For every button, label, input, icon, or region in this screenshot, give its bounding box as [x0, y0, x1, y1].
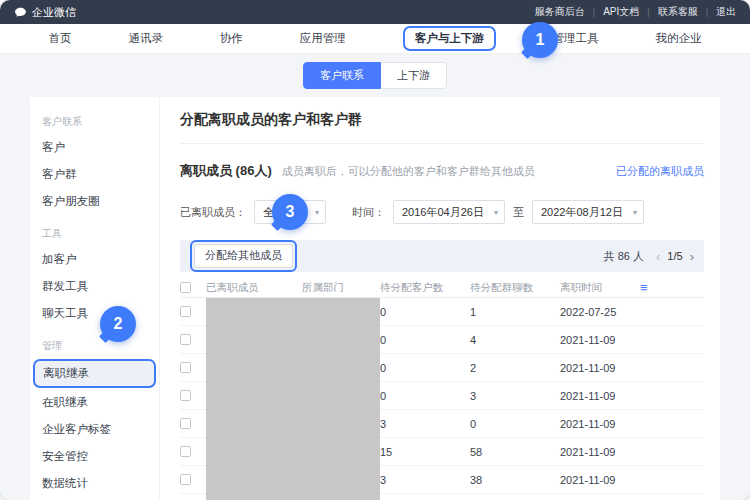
cell-resign-date: 2021-11-09: [560, 390, 640, 402]
toolbar-right: 共 86 人 ‹ 1/5 ›: [604, 249, 694, 264]
page-title: 分配离职成员的客户和客户群: [180, 105, 704, 144]
date-from-select[interactable]: 2016年04月26日 ▾: [393, 200, 505, 224]
member-filter-label: 已离职成员：: [180, 205, 246, 220]
cell-customer-count: 0: [380, 362, 470, 374]
row-checkbox-cell: [180, 306, 206, 317]
page-tab[interactable]: 上下游: [381, 62, 447, 89]
cell-group-count: 58: [470, 446, 560, 458]
column-header: 离职时间: [560, 281, 640, 295]
nav-item[interactable]: 客户与上下游: [403, 26, 496, 51]
cell-resign-date: 2021-11-09: [560, 334, 640, 346]
cell-resign-date: 2021-11-09: [560, 362, 640, 374]
row-checkbox[interactable]: [180, 334, 191, 345]
assigned-members-link[interactable]: 已分配的离职成员: [616, 164, 704, 179]
sidebar-item[interactable]: 加客户: [30, 246, 159, 273]
date-from-value: 2016年04月26日: [402, 205, 484, 220]
privacy-mask: [206, 298, 380, 500]
column-settings-icon[interactable]: ≡: [640, 280, 648, 295]
sidebar-item[interactable]: 数据统计: [30, 470, 159, 497]
main-content: 分配离职成员的客户和客户群 离职成员 (86人) 成员离职后，可以分配他的客户和…: [160, 97, 720, 500]
pagination: ‹ 1/5 ›: [656, 250, 694, 263]
separator: |: [706, 7, 708, 17]
page-tabs: 客户联系上下游: [0, 54, 750, 89]
column-header: 已离职成员: [206, 281, 302, 295]
row-checkbox[interactable]: [180, 306, 191, 317]
cell-customer-count: 0: [380, 390, 470, 402]
row-checkbox[interactable]: [180, 446, 191, 457]
select-all-checkbox[interactable]: [180, 282, 191, 293]
main-nav: 首页通讯录协作应用管理客户与上下游管理工具我的企业: [0, 24, 750, 54]
table-body: 012022-07-25042021-11-09022021-11-090320…: [180, 298, 704, 500]
page-indicator: 1/5: [667, 250, 682, 262]
cell-resign-date: 2021-11-09: [560, 474, 640, 486]
row-checkbox-cell: [180, 418, 206, 429]
topbar: 企业微信 服务商后台|API文档|联系客服|退出: [0, 0, 750, 24]
sidebar-item[interactable]: 企业客户标签: [30, 416, 159, 443]
caret-down-icon: ▾: [494, 208, 498, 217]
cell-customer-count: 0: [380, 306, 470, 318]
cell-group-count: 0: [470, 418, 560, 430]
cell-group-count: 1: [470, 306, 560, 318]
filters: 已离职成员： 全部 ▾ 时间： 2016年04月26日 ▾ 至 2022年08月…: [180, 200, 704, 224]
topbar-link[interactable]: 服务商后台: [535, 5, 585, 19]
row-checkbox[interactable]: [180, 418, 191, 429]
sidebar-item[interactable]: 客户朋友圈: [30, 188, 159, 215]
sidebar-item[interactable]: 安全管控: [30, 443, 159, 470]
cell-group-count: 3: [470, 390, 560, 402]
row-checkbox-cell: [180, 446, 206, 457]
topbar-link[interactable]: 退出: [716, 5, 736, 19]
assign-to-others-button[interactable]: 分配给其他成员: [194, 244, 293, 267]
cell-customer-count: 0: [380, 334, 470, 346]
row-checkbox-cell: [180, 334, 206, 345]
annotation-step-3: 3: [272, 194, 308, 230]
separator: |: [647, 7, 649, 17]
caret-down-icon: ▾: [315, 208, 319, 217]
row-checkbox[interactable]: [180, 390, 191, 401]
topbar-link[interactable]: 联系客服: [658, 5, 698, 19]
cell-resign-date: 2022-07-25: [560, 306, 640, 318]
brand-text: 企业微信: [32, 5, 76, 20]
nav-item[interactable]: 应用管理: [300, 31, 346, 46]
nav-item[interactable]: 协作: [220, 31, 243, 46]
app-window: 企业微信 服务商后台|API文档|联系客服|退出 首页通讯录协作应用管理客户与上…: [0, 0, 750, 500]
cell-customer-count: 3: [380, 474, 470, 486]
page-tab[interactable]: 客户联系: [303, 62, 381, 89]
sidebar-item[interactable]: 聊天工具: [30, 300, 159, 327]
column-header: 待分配客户数: [380, 281, 470, 295]
nav-item[interactable]: 我的企业: [655, 31, 701, 46]
caret-down-icon: ▾: [633, 208, 637, 217]
sidebar-section-header: 工具: [30, 215, 159, 246]
column-header: 待分配群聊数: [470, 281, 560, 295]
cell-resign-date: 2021-11-09: [560, 446, 640, 458]
row-checkbox[interactable]: [180, 362, 191, 373]
row-checkbox[interactable]: [180, 474, 191, 485]
nav-item[interactable]: 通讯录: [128, 31, 163, 46]
brand: 企业微信: [14, 5, 76, 20]
sidebar-item[interactable]: 群发工具: [30, 273, 159, 300]
separator: |: [593, 7, 595, 17]
column-menu-cell: ≡: [640, 281, 648, 294]
nav-item[interactable]: 首页: [48, 31, 71, 46]
sidebar-item[interactable]: 在职继承: [30, 389, 159, 416]
topbar-link[interactable]: API文档: [603, 5, 639, 19]
date-to-select[interactable]: 2022年08月12日 ▾: [532, 200, 644, 224]
table-header: 已离职成员所属部门待分配客户数待分配群聊数离职时间 ≡: [180, 278, 704, 298]
column-header: 所属部门: [302, 281, 380, 295]
cell-group-count: 38: [470, 474, 560, 486]
prev-page-icon[interactable]: ‹: [656, 250, 660, 263]
sidebar-item[interactable]: 客户: [30, 134, 159, 161]
cell-group-count: 2: [470, 362, 560, 374]
sidebar-item[interactable]: 客户群: [30, 161, 159, 188]
header-checkbox-cell: [180, 282, 206, 293]
next-page-icon[interactable]: ›: [690, 250, 694, 263]
row-checkbox-cell: [180, 474, 206, 485]
row-checkbox-cell: [180, 362, 206, 373]
topbar-links: 服务商后台|API文档|联系客服|退出: [535, 5, 736, 19]
page: 客户联系上下游 客户联系客户客户群客户朋友圈工具加客户群发工具聊天工具管理离职继…: [0, 54, 750, 500]
annotation-step-2: 2: [100, 306, 136, 342]
members-table: 已离职成员所属部门待分配客户数待分配群聊数离职时间 ≡ 012022-07-25…: [180, 278, 704, 500]
date-to-value: 2022年08月12日: [541, 205, 623, 220]
nav-item[interactable]: 管理工具: [553, 31, 599, 46]
sidebar-item[interactable]: 离职继承: [33, 359, 156, 388]
wechat-work-logo-icon: [14, 6, 27, 19]
